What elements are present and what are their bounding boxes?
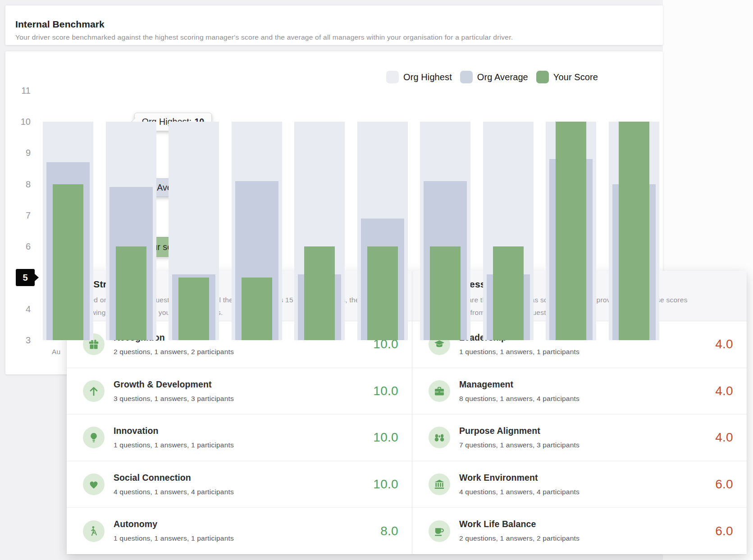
briefcase-icon — [429, 380, 450, 402]
bar-your-score[interactable] — [242, 278, 272, 340]
legend-label: Org Average — [477, 72, 528, 82]
driver-row-work-environment[interactable]: Work Environment4 questions, 1 answers, … — [412, 461, 747, 508]
bar-your-score[interactable] — [556, 122, 586, 340]
driver-name: Innovation — [114, 426, 159, 436]
driver-meta: 1 questions, 1 answers, 1 participants — [114, 534, 234, 542]
chart-legend: Org HighestOrg AverageYour Score — [386, 71, 598, 83]
driver-meta: 1 questions, 1 answers, 1 participants — [114, 441, 234, 449]
bar-your-score[interactable] — [367, 246, 398, 340]
bank-icon — [429, 473, 450, 495]
driver-row-management[interactable]: Management8 questions, 1 answers, 4 part… — [412, 368, 747, 414]
driver-row-work-life-balance[interactable]: Work Life Balance2 questions, 1 answers,… — [412, 507, 747, 554]
internal-benchmark-card: Internal Benchmark Your driver score ben… — [5, 5, 663, 45]
driver-score: 6.0 — [715, 477, 733, 492]
bar-your-score[interactable] — [619, 122, 649, 340]
driver-name: Management — [459, 379, 513, 390]
legend-swatch-icon — [460, 71, 473, 83]
driver-score: 4.0 — [715, 384, 733, 398]
weaknesses-list: Leadership1 questions, 1 answers, 1 part… — [412, 321, 747, 554]
driver-score: 6.0 — [715, 524, 733, 538]
binoculars-icon — [429, 427, 450, 448]
driver-name: Autonomy — [114, 519, 157, 529]
driver-meta: 2 questions, 1 answers, 2 participants — [459, 534, 580, 542]
y-axis-highlighted-tick: 5 — [16, 269, 35, 286]
driver-name: Social Connection — [114, 473, 191, 483]
strengths-list: Recognition2 questions, 1 answers, 2 par… — [67, 321, 412, 554]
driver-meta: 4 questions, 1 answers, 4 participants — [114, 488, 234, 496]
lightbulb-icon — [83, 427, 105, 448]
driver-score: 4.0 — [715, 430, 733, 445]
driver-meta: 7 questions, 1 answers, 3 participants — [459, 441, 580, 449]
bar-your-score[interactable] — [304, 246, 335, 340]
coffee-icon — [429, 520, 450, 542]
driver-name: Work Life Balance — [459, 519, 536, 529]
driver-name: Purpose Alignment — [459, 426, 540, 436]
legend-label: Org Highest — [403, 72, 452, 82]
arrow-up-icon — [83, 380, 105, 402]
driver-meta: 2 questions, 1 answers, 2 participants — [114, 348, 234, 356]
driver-score: 4.0 — [715, 337, 733, 351]
x-axis-label: Au — [52, 348, 60, 356]
y-axis-tick: 10 — [5, 116, 31, 127]
person-icon — [83, 520, 105, 542]
driver-score: 10.0 — [373, 430, 398, 445]
legend-swatch-icon — [386, 71, 399, 83]
y-axis-tick: 9 — [5, 147, 31, 158]
bar-your-score[interactable] — [178, 278, 209, 340]
driver-meta: 4 questions, 1 answers, 4 participants — [459, 488, 580, 496]
y-axis-tick: 11 — [5, 85, 31, 96]
driver-name: Work Environment — [459, 473, 538, 483]
driver-score: 8.0 — [380, 524, 398, 538]
legend-swatch-icon — [536, 71, 549, 83]
y-axis-tick: 7 — [5, 210, 31, 221]
driver-meta: 3 questions, 1 answers, 3 participants — [114, 395, 234, 403]
page-title: Internal Benchmark — [15, 19, 105, 30]
legend-item-org-average[interactable]: Org Average — [460, 71, 528, 83]
driver-meta: 8 questions, 1 answers, 4 participants — [459, 395, 580, 403]
bar-your-score[interactable] — [493, 246, 524, 340]
heart-icon — [83, 473, 105, 495]
legend-label: Your Score — [553, 72, 598, 82]
bar-your-score[interactable] — [116, 246, 146, 340]
legend-item-your-score[interactable]: Your Score — [536, 71, 598, 83]
bar-your-score[interactable] — [53, 184, 83, 341]
page-subtitle: Your driver score benchmarked against th… — [15, 33, 513, 41]
legend-item-org-highest[interactable]: Org Highest — [386, 71, 452, 83]
driver-score: 10.0 — [373, 384, 398, 398]
driver-row-purpose-alignment[interactable]: Purpose Alignment7 questions, 1 answers,… — [412, 414, 747, 461]
y-axis-tick: 4 — [5, 304, 31, 314]
y-axis-tick: 8 — [5, 179, 31, 190]
driver-row-social-connection[interactable]: Social Connection4 questions, 1 answers,… — [67, 461, 412, 508]
y-axis-tick: 3 — [5, 335, 31, 346]
driver-row-autonomy[interactable]: Autonomy1 questions, 1 answers, 1 partic… — [67, 507, 412, 554]
driver-meta: 1 questions, 1 answers, 1 participants — [459, 348, 580, 356]
driver-score: 10.0 — [373, 477, 398, 492]
driver-row-innovation[interactable]: Innovation1 questions, 1 answers, 1 part… — [67, 414, 412, 461]
y-axis-tick: 6 — [5, 241, 31, 252]
driver-row-growth-development[interactable]: Growth & Development3 questions, 1 answe… — [67, 368, 412, 414]
driver-name: Growth & Development — [114, 379, 212, 390]
bar-your-score[interactable] — [430, 246, 461, 340]
